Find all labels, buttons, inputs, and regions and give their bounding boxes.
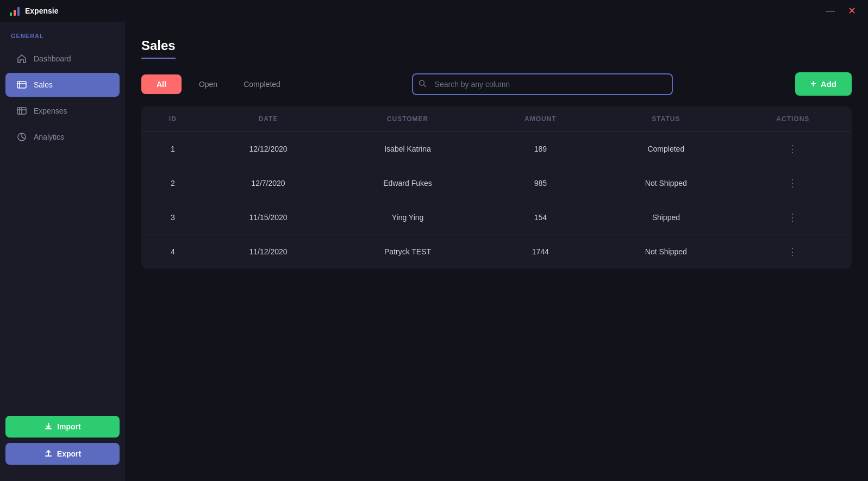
analytics-icon [16,132,27,142]
sales-table: ID DATE CUSTOMER AMOUNT STATUS ACTIONS 1… [141,107,852,268]
cell-date: 12/12/2020 [204,132,333,166]
app-body: General Dashboard Sales [0,22,868,481]
row-actions-button[interactable]: ⋮ [783,209,802,226]
cell-id: 2 [141,166,204,201]
cell-customer: Ying Ying [332,201,483,235]
table-container: ID DATE CUSTOMER AMOUNT STATUS ACTIONS 1… [141,107,852,268]
titlebar: Expensie — ✕ [0,0,868,22]
cell-id: 4 [141,235,204,269]
table-row: 3 11/15/2020 Ying Ying 154 Shipped ⋮ [141,201,852,235]
home-icon [16,53,27,64]
cell-customer: Patryck TEST [332,235,483,269]
cell-actions[interactable]: ⋮ [734,235,852,269]
app-logo [9,5,21,17]
row-actions-button[interactable]: ⋮ [783,243,802,260]
close-button[interactable]: ✕ [845,4,859,18]
cell-actions[interactable]: ⋮ [734,166,852,201]
table-header-row: ID DATE CUSTOMER AMOUNT STATUS ACTIONS [141,107,852,132]
titlebar-left: Expensie [9,5,58,17]
sidebar-item-sales[interactable]: Sales [5,73,120,97]
sidebar: General Dashboard Sales [0,22,125,481]
cell-date: 12/7/2020 [204,166,333,201]
filter-completed-button[interactable]: Completed [235,74,289,94]
sidebar-item-dashboard[interactable]: Dashboard [5,47,120,71]
sidebar-item-label-sales: Sales [34,80,53,89]
minimize-button[interactable]: — [823,5,838,17]
filter-all-button[interactable]: All [141,74,182,94]
col-header-actions: ACTIONS [734,107,852,132]
col-header-customer: CUSTOMER [332,107,483,132]
row-actions-button[interactable]: ⋮ [783,175,802,191]
sidebar-item-analytics[interactable]: Analytics [5,125,120,149]
app-title: Expensie [25,7,58,15]
cell-status: Not Shipped [598,166,734,201]
cell-date: 11/15/2020 [204,201,333,235]
cell-status: Completed [598,132,734,166]
svg-rect-3 [17,82,26,88]
table-row: 4 11/12/2020 Patryck TEST 1744 Not Shipp… [141,235,852,269]
page-title: Sales [141,38,176,59]
cell-date: 11/12/2020 [204,235,333,269]
cell-id: 1 [141,132,204,166]
svg-rect-2 [17,7,20,16]
svg-rect-1 [14,10,16,16]
toolbar: All Open Completed + Add [141,72,852,96]
svg-rect-12 [45,455,52,457]
cell-actions[interactable]: ⋮ [734,132,852,166]
sidebar-item-label-dashboard: Dashboard [34,54,71,63]
search-container [412,73,673,95]
row-actions-button[interactable]: ⋮ [783,141,802,157]
import-button[interactable]: Import [5,416,120,438]
add-button[interactable]: + Add [795,72,852,96]
sales-icon [16,79,27,90]
cell-amount: 1744 [483,235,598,269]
cell-status: Not Shipped [598,235,734,269]
svg-line-14 [423,85,426,87]
expenses-icon [16,105,27,116]
search-input[interactable] [412,73,673,95]
col-header-id: ID [141,107,204,132]
cell-id: 3 [141,201,204,235]
svg-rect-0 [10,13,12,16]
cell-amount: 985 [483,166,598,201]
col-header-date: DATE [204,107,333,132]
sidebar-item-label-analytics: Analytics [34,133,64,141]
sidebar-bottom: Import Export [0,410,125,470]
export-icon [44,449,53,458]
cell-customer: Isabel Katrina [332,132,483,166]
cell-amount: 189 [483,132,598,166]
sidebar-item-label-expenses: Expenses [34,107,67,115]
filter-open-button[interactable]: Open [190,74,226,94]
titlebar-controls: — ✕ [823,4,859,18]
sidebar-item-expenses[interactable]: Expenses [5,99,120,123]
add-plus-icon: + [810,78,816,90]
import-icon [44,422,53,431]
table-row: 2 12/7/2020 Edward Fukes 985 Not Shipped… [141,166,852,201]
table-body: 1 12/12/2020 Isabel Katrina 189 Complete… [141,132,852,269]
search-icon [419,79,426,89]
svg-rect-11 [45,428,52,429]
export-button[interactable]: Export [5,443,120,465]
cell-amount: 154 [483,201,598,235]
cell-status: Shipped [598,201,734,235]
col-header-status: STATUS [598,107,734,132]
col-header-amount: AMOUNT [483,107,598,132]
sidebar-section-label: General [0,33,125,46]
main-content: Sales All Open Completed + Add [125,22,868,481]
table-row: 1 12/12/2020 Isabel Katrina 189 Complete… [141,132,852,166]
cell-customer: Edward Fukes [332,166,483,201]
cell-actions[interactable]: ⋮ [734,201,852,235]
